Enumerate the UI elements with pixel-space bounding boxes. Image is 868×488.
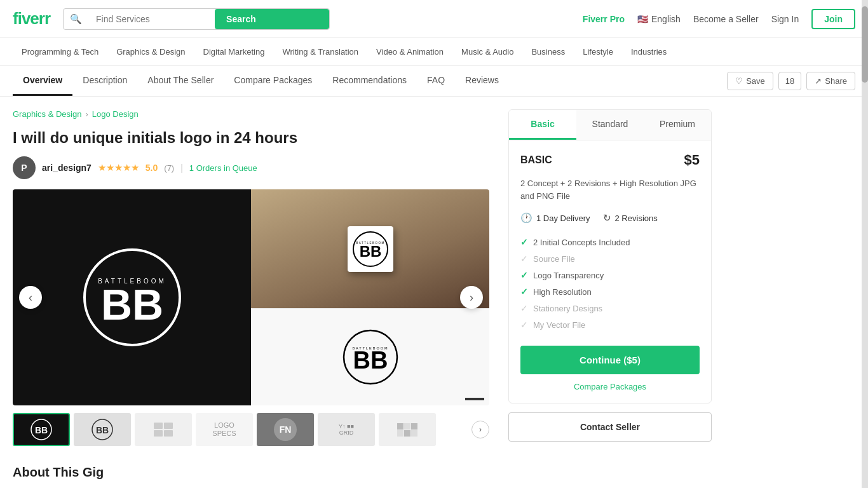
sign-in-link[interactable]: Sign In: [771, 14, 799, 24]
svg-text:BB: BB: [100, 280, 163, 329]
save-label: Save: [746, 76, 765, 86]
main-image: BATTLEBOOM BB BATTLEBOOM: [13, 189, 489, 405]
breadcrumb-child[interactable]: Logo Design: [92, 109, 139, 119]
continue-button[interactable]: Continue ($5): [520, 346, 700, 374]
nav-lifestyle[interactable]: Lifestyle: [574, 38, 622, 65]
contact-seller-button[interactable]: Contact Seller: [508, 412, 712, 442]
refresh-icon: ↻: [603, 212, 611, 224]
delivery-label: 1 Day Delivery: [536, 214, 590, 223]
breadcrumb-separator: ›: [85, 109, 88, 119]
save-button[interactable]: ♡ Save: [727, 72, 773, 90]
stars-icon: ★★★★★: [98, 162, 139, 173]
tabs-actions: ♡ Save 18 ↗ Share: [727, 72, 855, 90]
image-right: BATTLEBOOM BB BATTLEBOOM BB: [251, 189, 489, 405]
search-icon: 🔍: [64, 9, 88, 29]
thumbnail-6[interactable]: Y↑ ■■GRID: [318, 413, 375, 446]
logo[interactable]: fiverr: [13, 9, 50, 29]
compare-packages-link[interactable]: Compare Packages: [520, 382, 700, 391]
pkg-meta: 🕐 1 Day Delivery ↻ 2 Revisions: [520, 212, 700, 224]
main-content: Graphics & Design › Logo Design I will d…: [0, 97, 862, 488]
pkg-price: $5: [684, 152, 700, 168]
tab-overview[interactable]: Overview: [13, 66, 72, 96]
feature-label-6: My Vector File: [533, 320, 585, 330]
thumbnail-3[interactable]: [135, 413, 192, 446]
thumbnail-2[interactable]: BB: [74, 413, 131, 446]
tab-reviews[interactable]: Reviews: [455, 66, 509, 96]
review-count: (7): [164, 163, 174, 173]
tab-compare-packages[interactable]: Compare Packages: [224, 66, 322, 96]
share-label: Share: [825, 76, 847, 86]
features-list: ✓ 2 Initial Concepts Included ✓ Source F…: [520, 234, 700, 333]
nav-writing[interactable]: Writing & Translation: [273, 38, 367, 65]
svg-text:BB: BB: [359, 243, 381, 260]
breadcrumb: Graphics & Design › Logo Design: [13, 109, 489, 119]
nav-graphics[interactable]: Graphics & Design: [107, 38, 194, 65]
pkg-tab-standard[interactable]: Standard: [576, 110, 644, 140]
package-tabs: Basic Standard Premium: [509, 110, 711, 140]
thumbnail-next-button[interactable]: ›: [471, 421, 489, 438]
thumbnail-7[interactable]: [379, 413, 436, 446]
become-seller-link[interactable]: Become a Seller: [693, 14, 759, 24]
seller-name[interactable]: ari_design7: [42, 163, 92, 173]
feature-5: ✓ Stationery Designs: [520, 300, 700, 316]
thumbnail-1[interactable]: BB: [13, 413, 70, 446]
breadcrumb-parent[interactable]: Graphics & Design: [13, 109, 81, 119]
rating-score: 5.0: [146, 163, 158, 173]
seller-info: P ari_design7 ★★★★★ 5.0 (7) | 1 Orders i…: [13, 156, 489, 179]
gallery-prev-button[interactable]: ‹: [19, 286, 42, 309]
feature-label-4: High Resolution: [533, 287, 592, 297]
orders-queue: 1 Orders in Queue: [189, 163, 257, 173]
tab-faq[interactable]: FAQ: [417, 66, 455, 96]
about-gig: About This Gig: [13, 465, 489, 480]
image-gallery: BATTLEBOOM BB BATTLEBOOM: [13, 189, 489, 405]
feature-4: ✓ High Resolution: [520, 283, 700, 300]
nav-video[interactable]: Video & Animation: [367, 38, 452, 65]
about-gig-heading: About This Gig: [13, 465, 489, 480]
share-button[interactable]: ↗ Share: [806, 72, 855, 90]
clock-icon: 🕐: [520, 212, 532, 224]
tab-recommendations[interactable]: Recommendations: [322, 66, 417, 96]
tab-about-seller[interactable]: About The Seller: [137, 66, 224, 96]
search-bar: 🔍 Search: [63, 8, 330, 30]
language-selector[interactable]: 🇺🇸 English: [637, 14, 681, 24]
gig-title: I will do unique initials logo in 24 hou…: [13, 128, 489, 147]
pkg-tab-premium[interactable]: Premium: [644, 110, 711, 140]
search-button[interactable]: Search: [215, 9, 329, 29]
gallery-next-button[interactable]: ›: [460, 286, 483, 309]
feature-3: ✓ Logo Transparency: [520, 267, 700, 283]
feature-label-1: 2 Initial Concepts Included: [533, 238, 630, 247]
heart-icon: ♡: [735, 76, 743, 86]
header-right: Fiverr Pro 🇺🇸 English Become a Seller Si…: [583, 9, 855, 29]
package-content: BASIC $5 2 Concept + 2 Revisions + High …: [509, 140, 711, 403]
bb-logo-small: BATTLEBOOM BB: [342, 329, 399, 386]
nav-business[interactable]: Business: [522, 38, 574, 65]
flag-icon: 🇺🇸: [637, 14, 648, 24]
join-button[interactable]: Join: [811, 9, 855, 29]
thumbnail-5[interactable]: FN: [257, 413, 314, 446]
feature-label-3: Logo Transparency: [533, 271, 604, 280]
image-right-bottom: BATTLEBOOM BB: [251, 308, 489, 405]
sidebar: Basic Standard Premium BASIC $5 2 Concep…: [508, 109, 712, 480]
bb-logo-sign: BATTLEBOOM BB: [351, 230, 390, 268]
pkg-tab-basic[interactable]: Basic: [509, 110, 576, 140]
nav-digital-marketing[interactable]: Digital Marketing: [194, 38, 274, 65]
revisions-meta: ↻ 2 Revisions: [603, 212, 658, 224]
feature-label-5: Stationery Designs: [533, 304, 602, 313]
thumbnail-strip: BB BB LOGOSPECS FN: [13, 413, 489, 446]
category-nav: Programming & Tech Graphics & Design Dig…: [0, 38, 868, 66]
tab-description[interactable]: Description: [72, 66, 137, 96]
svg-text:BB: BB: [96, 425, 109, 435]
nav-music[interactable]: Music & Audio: [452, 38, 522, 65]
nav-programming[interactable]: Programming & Tech: [13, 38, 107, 65]
nav-industries[interactable]: Industries: [622, 38, 675, 65]
scrollbar-thumb[interactable]: [862, 6, 868, 83]
scrollbar[interactable]: [862, 0, 868, 488]
search-input[interactable]: [88, 9, 215, 29]
avatar: P: [13, 156, 36, 179]
revisions-label: 2 Revisions: [615, 214, 658, 223]
fiverr-pro-link[interactable]: Fiverr Pro: [583, 14, 625, 24]
pkg-description: 2 Concept + 2 Revisions + High Resolutio…: [520, 177, 700, 202]
check-icon-6: ✓: [520, 320, 528, 330]
thumbnail-4[interactable]: LOGOSPECS: [196, 413, 253, 446]
check-icon-1: ✓: [520, 237, 528, 247]
